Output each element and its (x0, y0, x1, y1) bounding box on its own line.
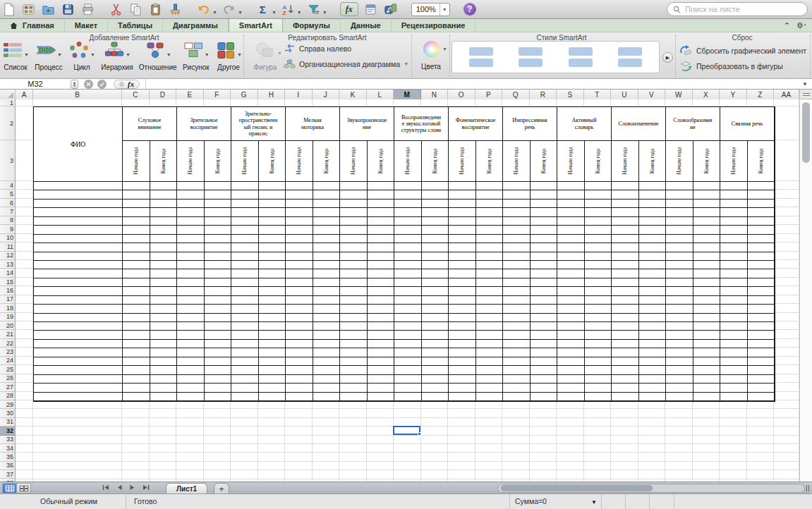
table-data-cell[interactable] (503, 243, 531, 252)
table-data-cell[interactable] (123, 331, 150, 339)
table-data-cell[interactable] (585, 261, 612, 269)
table-data-cell[interactable] (34, 384, 123, 392)
table-data-cell[interactable] (531, 357, 558, 366)
table-data-cell[interactable] (394, 200, 422, 208)
column-header-I[interactable]: I (285, 90, 313, 99)
table-data-cell[interactable] (205, 366, 232, 374)
table-data-cell[interactable] (639, 235, 667, 243)
table-data-cell[interactable] (585, 314, 612, 322)
table-data-cell[interactable] (422, 384, 449, 392)
period-header-cell[interactable]: Начало года (612, 141, 639, 182)
table-data-cell[interactable] (557, 384, 585, 392)
table-data-cell[interactable] (259, 314, 286, 322)
table-data-cell[interactable] (150, 235, 178, 243)
table-data-cell[interactable] (557, 366, 585, 374)
sum-dropdown-icon[interactable]: ▼ (591, 499, 597, 505)
period-header-cell[interactable]: Конец года (585, 141, 612, 182)
table-data-cell[interactable] (666, 322, 693, 331)
table-data-cell[interactable] (748, 340, 775, 348)
period-header-cell[interactable]: Начало года (557, 141, 585, 182)
category-header-cell[interactable]: Слуховое внимание (123, 107, 177, 141)
table-data-cell[interactable] (422, 269, 449, 278)
table-data-cell[interactable] (286, 366, 313, 374)
table-data-cell[interactable] (639, 190, 667, 199)
table-data-cell[interactable] (368, 269, 395, 278)
table-data-cell[interactable] (531, 384, 558, 392)
table-data-cell[interactable] (286, 217, 313, 226)
table-data-cell[interactable] (205, 384, 232, 392)
table-data-cell[interactable] (340, 322, 368, 331)
column-header-V[interactable]: V (638, 90, 666, 99)
next-sheet-icon[interactable] (129, 484, 136, 491)
column-header-AA[interactable]: AA (774, 90, 799, 99)
table-data-cell[interactable] (177, 366, 205, 374)
table-data-cell[interactable] (205, 393, 232, 401)
column-header-J[interactable]: J (313, 90, 340, 99)
table-data-cell[interactable] (531, 314, 558, 322)
table-data-cell[interactable] (748, 208, 775, 216)
table-data-cell[interactable] (748, 182, 775, 190)
table-data-cell[interactable] (449, 278, 476, 287)
table-data-cell[interactable] (666, 305, 693, 313)
table-data-cell[interactable] (476, 235, 504, 243)
table-data-cell[interactable] (612, 314, 639, 322)
table-data-cell[interactable] (531, 296, 558, 305)
table-data-cell[interactable] (313, 393, 341, 401)
tab-главная[interactable]: Главная (0, 19, 65, 32)
table-data-cell[interactable] (231, 182, 259, 190)
table-data-cell[interactable] (449, 331, 476, 339)
horizontal-scrollbar[interactable] (497, 484, 805, 493)
search-input[interactable] (684, 4, 801, 14)
table-data-cell[interactable] (231, 287, 259, 295)
table-data-cell[interactable] (476, 393, 504, 401)
table-data-cell[interactable] (394, 331, 422, 339)
table-data-cell[interactable] (313, 208, 341, 216)
table-data-cell[interactable] (585, 348, 612, 357)
table-data-cell[interactable] (585, 340, 612, 348)
table-data-cell[interactable] (693, 269, 721, 278)
row-header-29[interactable]: 29 (0, 400, 16, 409)
table-data-cell[interactable] (34, 331, 123, 339)
table-data-cell[interactable] (612, 322, 639, 331)
table-data-cell[interactable] (259, 217, 286, 226)
table-data-cell[interactable] (231, 348, 259, 357)
table-data-cell[interactable] (123, 375, 150, 384)
table-data-cell[interactable] (34, 269, 123, 278)
table-data-cell[interactable] (177, 322, 205, 331)
table-data-cell[interactable] (368, 322, 395, 331)
prev-sheet-icon[interactable] (116, 484, 123, 491)
table-data-cell[interactable] (449, 375, 476, 384)
table-data-cell[interactable] (531, 235, 558, 243)
table-data-cell[interactable] (639, 357, 667, 366)
table-data-cell[interactable] (286, 287, 313, 295)
chevron-down-icon[interactable]: ▼ (238, 10, 243, 15)
table-data-cell[interactable] (286, 357, 313, 366)
table-data-cell[interactable] (286, 278, 313, 287)
smartart-picture-button[interactable]: ▼Рисунок (183, 41, 210, 71)
table-data-cell[interactable] (585, 226, 612, 234)
table-data-cell[interactable] (693, 322, 721, 331)
table-data-cell[interactable] (368, 217, 395, 226)
table-data-cell[interactable] (449, 357, 476, 366)
smartart-list-button[interactable]: ▼Список (2, 41, 29, 71)
table-data-cell[interactable] (340, 348, 368, 357)
table-data-cell[interactable] (368, 287, 395, 295)
table-data-cell[interactable] (259, 384, 286, 392)
table-data-cell[interactable] (720, 261, 748, 269)
table-data-cell[interactable] (123, 269, 150, 278)
table-data-cell[interactable] (557, 375, 585, 384)
table-data-cell[interactable] (286, 190, 313, 199)
table-data-cell[interactable] (422, 243, 449, 252)
table-data-cell[interactable] (666, 278, 693, 287)
table-data-cell[interactable] (394, 182, 422, 190)
table-data-cell[interactable] (205, 217, 232, 226)
table-data-cell[interactable] (557, 340, 585, 348)
column-header-T[interactable]: T (584, 90, 612, 99)
table-data-cell[interactable] (259, 269, 286, 278)
table-data-cell[interactable] (503, 331, 531, 339)
table-data-cell[interactable] (748, 261, 775, 269)
table-data-cell[interactable] (557, 305, 585, 313)
table-data-cell[interactable] (693, 366, 721, 374)
table-data-cell[interactable] (639, 200, 667, 208)
table-data-cell[interactable] (368, 366, 395, 374)
